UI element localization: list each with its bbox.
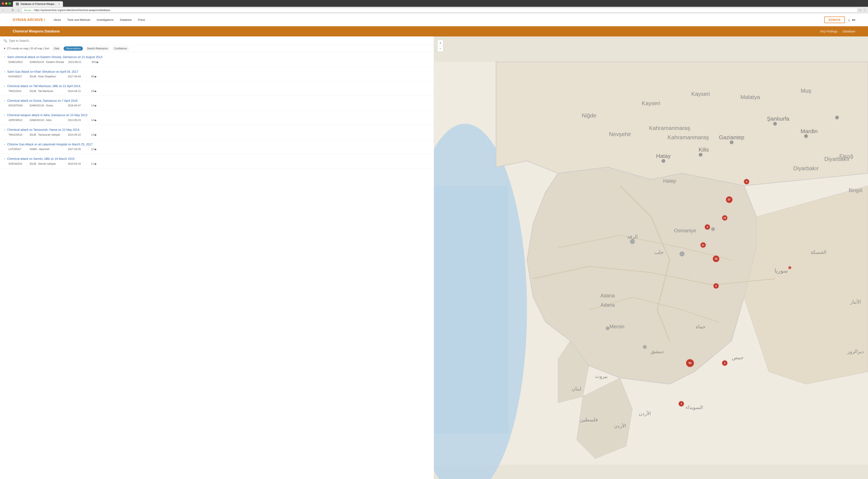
star-icon[interactable]: ☆	[859, 8, 862, 12]
filter-bar: ▼ 172 results on map | 35 off map | Sort…	[0, 45, 434, 52]
result-header: › Chlorine Gas Attack on al-Lataminah Ho…	[4, 143, 430, 147]
result-expand-arrow[interactable]: ›	[4, 128, 5, 131]
lang-en[interactable]: en	[852, 18, 855, 22]
result-item: › Chemical weapon attack in Adra, Damasc…	[0, 110, 434, 125]
meta-id: TMI210414	[8, 90, 25, 93]
svg-point-7	[804, 134, 808, 138]
nav-link-about[interactable]: About	[54, 18, 61, 22]
svg-point-5	[730, 141, 734, 144]
result-title-link[interactable]: Chemical attack on Duma, Damascus on 7 A…	[7, 99, 78, 103]
svg-text:Mardin: Mardin	[801, 128, 817, 134]
refresh-button[interactable]: ↻	[10, 8, 15, 12]
forward-button[interactable]: ›	[6, 8, 9, 12]
nav-link-database[interactable]: Database	[120, 18, 132, 22]
svg-text:Halep: Halep	[663, 178, 676, 184]
svg-point-6	[773, 122, 777, 126]
svg-text:ديرالزور: ديرالزور	[847, 349, 864, 354]
result-item: › Chlorine Gas Attack on al-Lataminah Ho…	[0, 140, 434, 154]
result-title-link[interactable]: Sarin chemical attack on Eastern Ghouta,…	[7, 55, 102, 59]
back-button[interactable]: ‹	[2, 8, 5, 12]
svg-text:الأردن: الأردن	[639, 411, 651, 417]
meta-count: 60 ▶	[91, 75, 97, 78]
svg-text:Gaziantep: Gaziantep	[719, 134, 744, 141]
meta-id: SAR160315	[8, 162, 25, 165]
result-expand-arrow[interactable]: ›	[4, 70, 5, 73]
svg-text:Niğde: Niğde	[582, 112, 596, 119]
maximize-window-btn[interactable]	[8, 2, 11, 5]
meta-date: 2013-08-21	[68, 61, 87, 64]
meta-date: 2014-05-22	[68, 133, 87, 136]
meta-date: 2015-03-16	[68, 162, 87, 165]
sort-date-button[interactable]: Date	[52, 47, 61, 51]
meta-count: 14 ▶	[91, 119, 97, 122]
donate-button[interactable]: DONATE	[824, 17, 845, 23]
sub-nav-links: Key Findings Database	[820, 30, 855, 33]
meta-date: 2017-04-04	[68, 75, 87, 78]
meta-id: DAM210813	[8, 61, 25, 64]
result-title-link[interactable]: Chlorine Gas Attack on al-Lataminah Hosp…	[7, 143, 93, 147]
menu-icon[interactable]: ⋮	[863, 8, 866, 12]
result-title-link[interactable]: Chemical attack on Tall Manissss, Idlib …	[7, 84, 81, 88]
result-item: › Chemical attack on Tamana'ah, Hama on …	[0, 125, 434, 140]
home-button[interactable]: ⌂	[16, 8, 20, 12]
svg-text:Kahramanmaraş: Kahramanmaraş	[668, 134, 709, 141]
tab-close-btn[interactable]: ✕	[58, 3, 60, 5]
address-bar[interactable]: Secure | https://syrianarchive.org/en/co…	[22, 8, 858, 12]
result-title-link[interactable]: Sarin Gas Attack on Khan Sheykoun on Apr…	[7, 70, 78, 74]
close-window-btn[interactable]	[2, 2, 4, 5]
result-header: › Chemical weapon attack in Adra, Damasc…	[4, 113, 430, 117]
zoom-out-button[interactable]: −	[437, 46, 443, 52]
video-icon: ▶	[95, 104, 97, 107]
search-icon: 🔍	[3, 39, 7, 42]
nav-links: About Tools and Methods Investigations D…	[54, 18, 824, 22]
minimize-window-btn[interactable]	[5, 2, 7, 5]
sort-observations-button[interactable]: Observations	[64, 47, 83, 51]
result-meta: DAM210813 DAMASCUS : Eastern Ghouta 2013…	[4, 61, 430, 64]
result-expand-arrow[interactable]: ›	[4, 99, 5, 102]
svg-text:الرقة: الرقة	[627, 234, 638, 240]
svg-point-9	[630, 239, 635, 244]
lang-ar[interactable]: ع	[848, 18, 850, 22]
zoom-in-button[interactable]: +	[437, 40, 443, 46]
result-header: › Chemical attack on Sarmin, Idlib on 16…	[4, 157, 430, 161]
result-expand-arrow[interactable]: ›	[4, 114, 5, 117]
svg-text:الأنبار: الأنبار	[850, 299, 861, 305]
sub-nav-title: Chemical Weapons Database	[13, 29, 60, 33]
result-expand-arrow[interactable]: ›	[4, 85, 5, 88]
nav-link-tools[interactable]: Tools and Methods	[67, 18, 90, 22]
site-wrapper: SYRIAN ARCHIVE / About Tools and Methods…	[0, 13, 868, 479]
result-title-link[interactable]: Chemical attack on Tamana'ah, Hama on 22…	[7, 128, 80, 132]
meta-count: 12 ▶	[91, 148, 97, 151]
result-title-link[interactable]: Chemical attack on Sarmin, Idlib on 16 M…	[7, 157, 74, 161]
result-item: › Sarin Gas Attack on Khan Sheykoun on A…	[0, 67, 434, 81]
search-input[interactable]	[9, 39, 430, 42]
result-title-link[interactable]: Chemical weapon attack in Adra, Damascus…	[7, 113, 87, 117]
sub-nav-database[interactable]: Database	[843, 30, 855, 33]
svg-text:فلسطين: فلسطين	[580, 417, 598, 423]
meta-date: 2014-04-21	[68, 90, 87, 93]
sort-confidence-button[interactable]: Confidence	[112, 47, 129, 51]
svg-text:حماة: حماة	[696, 324, 706, 329]
nav-link-investigations[interactable]: Investigations	[97, 18, 114, 22]
svg-text:لبنان: لبنان	[572, 386, 581, 391]
svg-text:Bingöl: Bingöl	[849, 187, 863, 193]
nav-link-press[interactable]: Press	[138, 18, 145, 22]
video-icon: ▶	[95, 90, 97, 93]
meta-count: 11 ▶	[91, 162, 97, 165]
svg-text:Kayseri: Kayseri	[642, 100, 660, 107]
site-nav: SYRIAN ARCHIVE / About Tools and Methods…	[0, 13, 868, 26]
result-expand-arrow[interactable]: ›	[4, 56, 5, 59]
result-meta: TMI210414 IDLIB : Tall Manissss 2014-04-…	[4, 90, 430, 93]
site-logo[interactable]: SYRIAN ARCHIVE /	[13, 18, 45, 22]
sub-nav-key-findings[interactable]: Key Findings	[820, 30, 837, 33]
result-item: › Chemical attack on Sarmin, Idlib on 16…	[0, 154, 434, 169]
results-count: ▼ 172 results on map | 35 off map | Sort…	[3, 47, 50, 50]
svg-text:Kahramanmaraş: Kahramanmaraş	[649, 125, 690, 131]
svg-text:Kayseri: Kayseri	[691, 91, 710, 97]
result-expand-arrow[interactable]: ›	[4, 143, 5, 146]
result-expand-arrow[interactable]: ›	[4, 157, 5, 160]
meta-location: IDLIB : Khan Shaykhun	[30, 75, 64, 78]
browser-tab[interactable]: Database of Chemical Weapo... ✕	[13, 1, 63, 7]
result-header: › Chemical attack on Tall Manissss, Idli…	[4, 84, 430, 88]
sort-relevance-button[interactable]: Search Relevance	[85, 47, 110, 51]
